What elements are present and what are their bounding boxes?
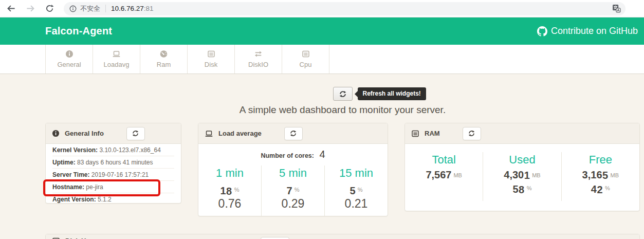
widget-header: Disk Usage bbox=[46, 234, 639, 239]
list-icon bbox=[52, 237, 60, 239]
info-row-server-time: Server Time: 2019-07-16 17:57:21 bbox=[52, 169, 174, 181]
tab-general[interactable]: General bbox=[45, 45, 93, 73]
tab-label: Cpu bbox=[300, 61, 312, 68]
info-row-uptime: Uptime: 83 days 6 hours 41 minutes bbox=[52, 156, 174, 169]
reload-button[interactable] bbox=[45, 4, 54, 13]
tooltip-text: Refresh all widgets! bbox=[363, 90, 421, 97]
back-button[interactable] bbox=[6, 4, 16, 13]
tab-ram[interactable]: Ram bbox=[140, 45, 187, 73]
url-divider bbox=[105, 5, 106, 12]
load-percent: 189% bbox=[201, 184, 258, 196]
widget-title: General Info bbox=[65, 130, 104, 137]
load-col-15min: 15 min 5% 0.21 bbox=[324, 166, 388, 216]
col-label: Total bbox=[408, 153, 480, 166]
url-port: :81 bbox=[144, 5, 154, 12]
tab-cpu[interactable]: Cpu bbox=[282, 45, 329, 73]
cores-label: Number of cores: bbox=[261, 152, 314, 159]
github-icon bbox=[537, 26, 547, 36]
rolling-digit: 12 bbox=[597, 184, 603, 194]
refresh-icon bbox=[468, 130, 475, 137]
cores-value: 4 bbox=[319, 149, 325, 160]
back-arrow-icon bbox=[6, 4, 16, 13]
info-circle-icon bbox=[69, 5, 77, 12]
rolling-digit: 89 bbox=[226, 186, 232, 196]
refresh-icon bbox=[132, 130, 139, 137]
tooltip: Refresh all widgets! bbox=[358, 87, 426, 100]
load-value: 0.29 bbox=[265, 197, 321, 210]
widget-header: General Info bbox=[46, 123, 181, 144]
widget-title: RAM bbox=[425, 130, 440, 137]
load-col-5min: 5 min 7% 0.29 bbox=[261, 166, 324, 216]
col-label: Used bbox=[486, 153, 558, 166]
field-label: Kernel Version: bbox=[52, 146, 98, 154]
load-refresh-button[interactable] bbox=[284, 127, 303, 140]
laptop-icon bbox=[112, 50, 121, 58]
translate-icon[interactable] bbox=[612, 4, 621, 13]
refresh-icon bbox=[339, 90, 346, 98]
github-link-label: Contribute on GitHub bbox=[551, 26, 638, 36]
field-label: Server Time: bbox=[52, 171, 90, 178]
address-bar[interactable]: 不安全 10.6.76.27 :81 bbox=[64, 2, 625, 15]
ram-free-value: 3,1625MB bbox=[565, 169, 636, 181]
general-refresh-button[interactable] bbox=[126, 127, 145, 140]
field-label: Uptime: bbox=[52, 159, 76, 166]
field-value: 83 days 6 hours 41 minutes bbox=[77, 159, 153, 166]
app-navbar: Falcon-Agent Contribute on GitHub bbox=[0, 17, 644, 45]
widget-title: Load average bbox=[218, 130, 262, 137]
tab-disk[interactable]: Disk bbox=[187, 45, 234, 73]
rolling-digit: 25 bbox=[602, 170, 609, 180]
list-icon bbox=[302, 50, 310, 58]
github-link[interactable]: Contribute on GitHub bbox=[537, 26, 639, 36]
info-row-hostname: Hostname: pe-jira bbox=[52, 181, 174, 193]
partial-refresh-button[interactable] bbox=[261, 237, 289, 239]
load-columns: 1 min 189% 0.76 5 min 7% 0.29 bbox=[198, 166, 388, 216]
widget-title: Disk Usage bbox=[65, 237, 101, 239]
field-label: Hostname: bbox=[52, 183, 84, 191]
page-subtitle: A simple web dashboard to monitor your s… bbox=[45, 104, 640, 116]
widget-ram: RAM Total 7,567MB Used bbox=[404, 123, 640, 211]
tab-label: Disk bbox=[205, 61, 217, 68]
info-row-kernel: Kernel Version: 3.10.0-123.el7.x86_64 bbox=[52, 144, 174, 156]
col-label: 1 min bbox=[201, 167, 258, 179]
col-label: Free bbox=[565, 153, 636, 166]
load-percent: 7% bbox=[265, 184, 321, 196]
field-value: 3.10.0-123.el7.x86_64 bbox=[99, 146, 160, 154]
ram-col-free: Free 3,1625MB 412% bbox=[561, 152, 639, 201]
info-icon bbox=[52, 130, 60, 137]
info-row-agent-version: Agent Version: 5.1.2 bbox=[52, 193, 174, 204]
tab-loadavg[interactable]: Loadavg bbox=[93, 45, 140, 73]
widget-load-average: Load average Number of cores: 4 1 min bbox=[198, 123, 388, 216]
general-info-body: Kernel Version: 3.10.0-123.el7.x86_64 Up… bbox=[46, 144, 181, 204]
ram-total-value: 7,567MB bbox=[408, 169, 480, 181]
tab-diskio[interactable]: DiskIO bbox=[234, 45, 282, 73]
info-icon bbox=[65, 50, 73, 58]
security-label[interactable]: 不安全 bbox=[80, 4, 100, 13]
tab-label: DiskIO bbox=[248, 61, 268, 68]
ram-used-percent: 589% bbox=[486, 182, 558, 195]
rolling-digit: 21 bbox=[524, 170, 530, 180]
widget-header: Load average bbox=[198, 123, 388, 144]
list-icon bbox=[411, 130, 419, 138]
ram-used-value: 4,3021MB bbox=[486, 169, 558, 181]
browser-toolbar: 不安全 10.6.76.27 :81 bbox=[0, 0, 644, 17]
tab-label: Loadavg bbox=[104, 61, 130, 68]
widget-partial-bottom: Disk Usage bbox=[45, 234, 640, 239]
field-label: Agent Version: bbox=[52, 196, 96, 203]
load-col-1min: 1 min 189% 0.76 bbox=[198, 166, 261, 216]
exchange-icon bbox=[254, 50, 263, 58]
widget-header: RAM bbox=[405, 123, 639, 144]
col-label: 15 min bbox=[328, 167, 384, 179]
forward-arrow-icon bbox=[26, 4, 35, 13]
widgets-row: General Info Kernel Version: 3.10.0-123.… bbox=[45, 123, 640, 216]
rolling-digit: 89 bbox=[519, 184, 525, 194]
tooltip-arrow bbox=[355, 91, 358, 97]
refresh-all-button[interactable] bbox=[333, 87, 353, 101]
browser-window: 不安全 10.6.76.27 :81 Falcon-Agent Contribu… bbox=[0, 0, 644, 239]
load-percent: 5% bbox=[328, 184, 384, 196]
cores-line: Number of cores: 4 bbox=[198, 149, 388, 160]
tab-label: General bbox=[57, 61, 81, 68]
ram-col-used: Used 4,3021MB 589% bbox=[483, 152, 561, 201]
ram-refresh-button[interactable] bbox=[463, 127, 481, 140]
col-label: 5 min bbox=[265, 167, 321, 179]
forward-button[interactable] bbox=[26, 4, 35, 13]
